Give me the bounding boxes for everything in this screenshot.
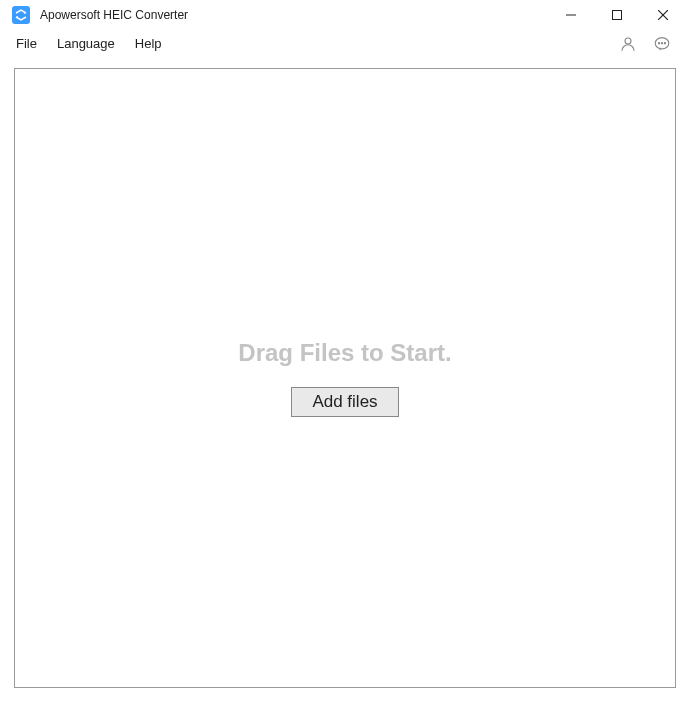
- menu-language[interactable]: Language: [47, 32, 125, 55]
- window-controls: [548, 0, 686, 30]
- add-files-button[interactable]: Add files: [291, 387, 398, 417]
- app-title: Apowersoft HEIC Converter: [40, 8, 548, 22]
- svg-point-8: [664, 42, 665, 43]
- titlebar: Apowersoft HEIC Converter: [0, 0, 690, 30]
- close-button[interactable]: [640, 0, 686, 30]
- maximize-button[interactable]: [594, 0, 640, 30]
- drop-zone[interactable]: Drag Files to Start. Add files: [14, 68, 676, 688]
- menubar: File Language Help: [0, 30, 690, 58]
- minimize-button[interactable]: [548, 0, 594, 30]
- svg-point-6: [658, 42, 659, 43]
- menu-file[interactable]: File: [14, 32, 47, 55]
- svg-rect-1: [613, 11, 622, 20]
- svg-point-4: [625, 38, 631, 44]
- menu-help[interactable]: Help: [125, 32, 172, 55]
- app-icon: [12, 6, 30, 24]
- account-icon[interactable]: [618, 34, 638, 54]
- drop-instruction-text: Drag Files to Start.: [238, 339, 451, 367]
- feedback-icon[interactable]: [652, 34, 672, 54]
- menubar-right: [618, 34, 676, 54]
- svg-point-7: [661, 42, 662, 43]
